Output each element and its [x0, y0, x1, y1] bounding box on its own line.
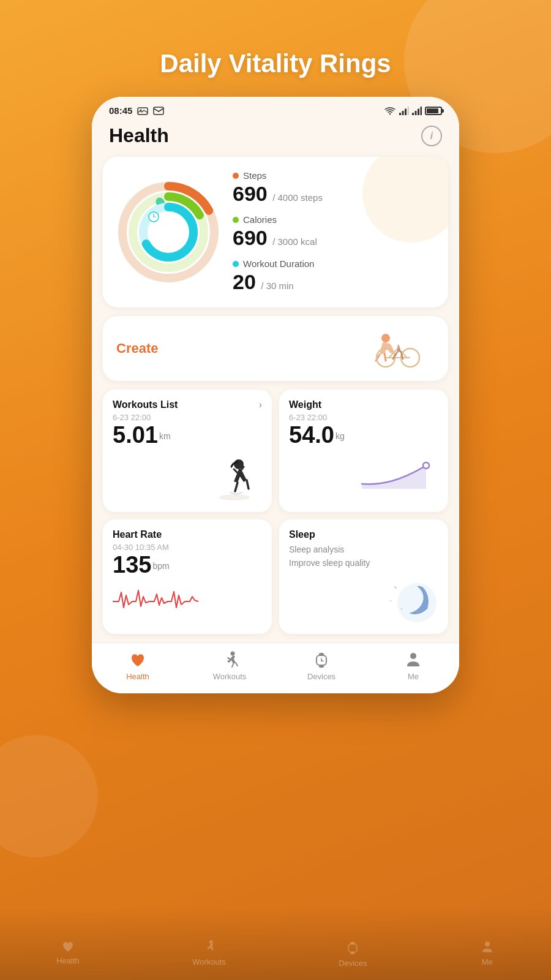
steps-value: 690	[233, 182, 268, 205]
create-label: Create	[116, 341, 158, 356]
create-illustration	[349, 327, 435, 370]
workout-target: / 30 min	[261, 281, 293, 291]
mail-icon	[153, 107, 164, 115]
svg-rect-7	[412, 113, 414, 115]
signal2-icon	[412, 107, 422, 115]
cards-grid: Workouts List › 6-23 22:00 5.01km	[103, 390, 448, 634]
svg-rect-37	[319, 653, 324, 656]
app-header-title: Health	[109, 124, 169, 147]
rings-svg	[116, 180, 220, 284]
photo-icon	[137, 107, 148, 115]
heart-rate-date: 04-30 10:35 AM	[113, 543, 262, 552]
svg-rect-2	[154, 107, 163, 115]
svg-point-42	[210, 940, 214, 944]
battery-icon	[425, 107, 442, 115]
svg-point-33	[401, 608, 403, 609]
weight-value: 54.0	[289, 422, 334, 448]
status-left: 08:45	[109, 105, 164, 116]
calories-stat: Calories 690 / 3000 kcal	[233, 214, 435, 250]
calories-target: / 3000 kcal	[272, 236, 317, 247]
app-header: Health i	[92, 119, 459, 157]
workouts-illustration	[113, 453, 262, 502]
heart-wave	[113, 583, 262, 616]
calories-value: 690	[233, 226, 268, 249]
calories-label: Calories	[243, 214, 277, 225]
bottom-nav: Health Workouts	[92, 643, 459, 693]
weight-title: Weight	[289, 399, 321, 410]
weight-card[interactable]: Weight 6-23 22:00 54.0kg	[279, 390, 448, 512]
overlay-workouts-label: Workouts	[192, 957, 226, 967]
overlay-health-label: Health	[56, 956, 80, 965]
weight-illustration	[289, 453, 438, 490]
workout-stat: Workout Duration 20 / 30 min	[233, 258, 435, 294]
svg-point-46	[485, 941, 490, 946]
me-icon	[404, 650, 422, 669]
workout-label: Workout Duration	[243, 258, 314, 269]
phone-frame: 08:45	[92, 97, 459, 693]
sleep-title: Sleep	[289, 529, 315, 540]
workouts-nav-label: Workouts	[213, 672, 247, 681]
heart-rate-unit: bpm	[152, 561, 169, 571]
wifi-icon	[384, 106, 396, 116]
weight-unit: kg	[335, 431, 345, 441]
svg-point-41	[410, 653, 416, 659]
svg-point-21	[381, 334, 390, 342]
svg-rect-5	[405, 108, 407, 115]
svg-rect-43	[349, 944, 358, 952]
steps-dot	[233, 173, 239, 179]
status-time: 08:45	[109, 105, 132, 116]
svg-rect-10	[421, 107, 422, 115]
sleep-card[interactable]: Sleep Sleep analysis Improve sleep quali…	[279, 519, 448, 634]
workout-dot	[233, 261, 239, 267]
calories-dot	[233, 217, 239, 223]
status-right	[384, 106, 442, 116]
rings-stats: Steps 690 / 4000 steps Calories 690 / 30…	[233, 170, 435, 294]
heart-rate-value: 135	[113, 552, 151, 578]
steps-label: Steps	[243, 170, 266, 181]
workout-value: 20	[233, 270, 256, 293]
signal1-icon	[399, 107, 409, 115]
svg-rect-8	[415, 111, 417, 115]
weight-date: 6-23 22:00	[289, 413, 438, 422]
nav-devices[interactable]: Devices	[276, 650, 367, 681]
workouts-date: 6-23 22:00	[113, 413, 262, 422]
overlay-me-label: Me	[482, 957, 493, 967]
svg-point-28	[219, 494, 250, 500]
health-icon	[129, 650, 147, 669]
devices-icon	[312, 650, 331, 669]
heart-rate-title: Heart Rate	[113, 529, 162, 540]
workouts-value: 5.01	[113, 422, 158, 448]
health-nav-label: Health	[126, 672, 149, 681]
bottom-overlay-nav: Health Workouts Devices Me	[0, 940, 551, 980]
workouts-icon	[220, 650, 239, 669]
workouts-title: Workouts List	[113, 399, 178, 410]
svg-rect-3	[399, 113, 401, 115]
nav-health[interactable]: Health	[92, 650, 184, 681]
page-title: Daily Vitality Rings	[160, 49, 391, 78]
svg-point-34	[390, 600, 392, 601]
svg-rect-38	[319, 665, 324, 668]
svg-rect-45	[351, 952, 355, 954]
steps-target: / 4000 steps	[272, 192, 323, 203]
me-nav-label: Me	[408, 672, 419, 681]
overlay-devices-label: Devices	[339, 959, 367, 968]
rings-card: Steps 690 / 4000 steps Calories 690 / 30…	[103, 157, 448, 307]
svg-point-30	[423, 462, 429, 469]
info-button[interactable]: i	[421, 126, 442, 146]
workouts-unit: km	[159, 431, 171, 441]
workouts-card[interactable]: Workouts List › 6-23 22:00 5.01km	[103, 390, 272, 512]
nav-me[interactable]: Me	[367, 650, 459, 681]
svg-point-32	[394, 586, 397, 589]
nav-workouts[interactable]: Workouts	[184, 650, 276, 681]
workouts-chevron: ›	[259, 399, 262, 410]
sleep-illustration	[289, 575, 438, 624]
svg-point-31	[397, 583, 437, 622]
heart-rate-card[interactable]: Heart Rate 04-30 10:35 AM 135bpm	[103, 519, 272, 634]
svg-point-35	[231, 651, 235, 655]
create-section[interactable]: Create	[103, 316, 448, 381]
steps-stat: Steps 690 / 4000 steps	[233, 170, 435, 206]
svg-rect-44	[351, 942, 355, 944]
devices-nav-label: Devices	[307, 672, 335, 681]
sleep-analysis: Sleep analysis Improve sleep quality	[289, 543, 438, 570]
svg-rect-4	[402, 111, 404, 115]
